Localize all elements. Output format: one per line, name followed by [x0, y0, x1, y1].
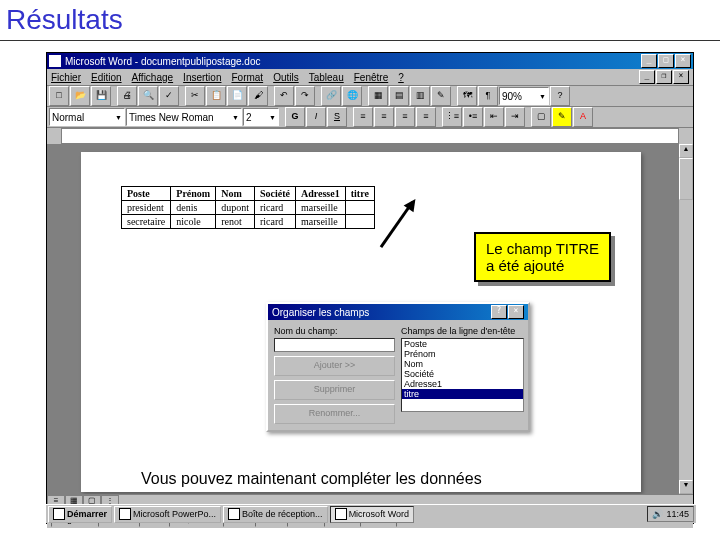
- header-fields-label: Champs de la ligne d'en-tête: [401, 326, 522, 336]
- close-button[interactable]: ×: [675, 54, 691, 68]
- menu-help[interactable]: ?: [398, 72, 404, 83]
- doc-restore-button[interactable]: ❐: [656, 70, 672, 84]
- delete-button[interactable]: Supprimer: [274, 380, 395, 400]
- cut-icon[interactable]: ✂: [185, 86, 205, 106]
- open-icon[interactable]: 📂: [70, 86, 90, 106]
- table-row: secretaire nicole renot ricard marseille: [122, 215, 375, 229]
- callout-line2: a été ajouté: [486, 257, 599, 274]
- app-icon: [228, 508, 240, 520]
- doc-close-button[interactable]: ×: [673, 70, 689, 84]
- borders-icon[interactable]: ▢: [531, 107, 551, 127]
- menu-window[interactable]: Fenêtre: [354, 72, 388, 83]
- justify-icon[interactable]: ≡: [416, 107, 436, 127]
- font-color-icon[interactable]: A: [573, 107, 593, 127]
- menu-insert[interactable]: Insertion: [183, 72, 221, 83]
- para-icon[interactable]: ¶: [478, 86, 498, 106]
- document-area: Poste Prénom Nom Société Adresse1 titre …: [47, 144, 693, 494]
- menu-format[interactable]: Format: [231, 72, 263, 83]
- col-nom: Nom: [216, 187, 255, 201]
- save-icon[interactable]: 💾: [91, 86, 111, 106]
- dialog-title-text: Organiser les champs: [272, 307, 369, 318]
- ruler[interactable]: [61, 128, 679, 144]
- menu-tools[interactable]: Outils: [273, 72, 299, 83]
- table-icon[interactable]: ▦: [368, 86, 388, 106]
- list-item[interactable]: Poste: [402, 339, 523, 349]
- menu-view[interactable]: Affichage: [132, 72, 174, 83]
- redo-icon[interactable]: ↷: [295, 86, 315, 106]
- standard-toolbar: □ 📂 💾 🖨 🔍 ✓ ✂ 📋 📄 🖌 ↶ ↷ 🔗 🌐 ▦ ▤ ▥ ✎ 🗺 ¶ …: [47, 86, 693, 107]
- task-powerpoint[interactable]: Microsoft PowerPo...: [114, 506, 221, 523]
- add-button[interactable]: Ajouter >>: [274, 356, 395, 376]
- undo-icon[interactable]: ↶: [274, 86, 294, 106]
- page: Poste Prénom Nom Société Adresse1 titre …: [81, 152, 641, 492]
- align-right-icon[interactable]: ≡: [395, 107, 415, 127]
- font-combo[interactable]: Times New Roman▼: [126, 108, 242, 126]
- align-left-icon[interactable]: ≡: [353, 107, 373, 127]
- paste-icon[interactable]: 📄: [227, 86, 247, 106]
- copy-icon[interactable]: 📋: [206, 86, 226, 106]
- app-titlebar: Microsoft Word - documentpublipostage.do…: [47, 53, 693, 69]
- vertical-scrollbar[interactable]: ▲ ▼: [678, 144, 693, 494]
- highlight-icon[interactable]: ✎: [552, 107, 572, 127]
- outdent-icon[interactable]: ⇤: [484, 107, 504, 127]
- callout-line1: Le champ TITRE: [486, 240, 599, 257]
- clock: 11:45: [666, 508, 689, 521]
- slide-title: Résultats: [0, 0, 720, 41]
- print-icon[interactable]: 🖨: [117, 86, 137, 106]
- formatting-toolbar: Normal▼ Times New Roman▼ 2▼ G I S ≡ ≡ ≡ …: [47, 107, 693, 128]
- drawing-icon[interactable]: ✎: [431, 86, 451, 106]
- col-adresse1: Adresse1: [295, 187, 345, 201]
- maximize-button[interactable]: □: [658, 54, 674, 68]
- align-center-icon[interactable]: ≡: [374, 107, 394, 127]
- dialog-titlebar: Organiser les champs ? ×: [268, 304, 528, 320]
- map-icon[interactable]: 🗺: [457, 86, 477, 106]
- scroll-down-icon[interactable]: ▼: [679, 480, 693, 494]
- doc-minimize-button[interactable]: _: [639, 70, 655, 84]
- spell-icon[interactable]: ✓: [159, 86, 179, 106]
- preview-icon[interactable]: 🔍: [138, 86, 158, 106]
- list-item[interactable]: Prénom: [402, 349, 523, 359]
- new-icon[interactable]: □: [49, 86, 69, 106]
- help-icon[interactable]: ?: [550, 86, 570, 106]
- zoom-combo[interactable]: 90%▼: [499, 87, 549, 105]
- bullets-icon[interactable]: •≡: [463, 107, 483, 127]
- start-button[interactable]: Démarrer: [48, 506, 112, 523]
- indent-icon[interactable]: ⇥: [505, 107, 525, 127]
- rename-button[interactable]: Renommer...: [274, 404, 395, 424]
- bold-icon[interactable]: G: [285, 107, 305, 127]
- col-societe: Société: [254, 187, 295, 201]
- col-prenom: Prénom: [171, 187, 216, 201]
- list-item[interactable]: Société: [402, 369, 523, 379]
- system-tray[interactable]: 🔊 11:45: [647, 506, 694, 522]
- menu-file[interactable]: Fichier: [51, 72, 81, 83]
- dialog-help-button[interactable]: ?: [491, 305, 507, 319]
- menu-table[interactable]: Tableau: [309, 72, 344, 83]
- fields-listbox[interactable]: Poste Prénom Nom Société Adresse1 titre: [401, 338, 524, 412]
- app-icon: [335, 508, 347, 520]
- numbering-icon[interactable]: ⋮≡: [442, 107, 462, 127]
- columns-icon[interactable]: ▥: [410, 86, 430, 106]
- link-icon[interactable]: 🔗: [321, 86, 341, 106]
- size-combo[interactable]: 2▼: [243, 108, 279, 126]
- list-item[interactable]: Adresse1: [402, 379, 523, 389]
- web-icon[interactable]: 🌐: [342, 86, 362, 106]
- task-inbox[interactable]: Boîte de réception...: [223, 506, 328, 523]
- list-item[interactable]: Nom: [402, 359, 523, 369]
- callout-box: Le champ TITRE a été ajouté: [474, 232, 611, 282]
- task-word[interactable]: Microsoft Word: [330, 506, 414, 523]
- style-combo[interactable]: Normal▼: [49, 108, 125, 126]
- minimize-button[interactable]: _: [641, 54, 657, 68]
- scroll-up-icon[interactable]: ▲: [679, 144, 693, 158]
- format-painter-icon[interactable]: 🖌: [248, 86, 268, 106]
- underline-icon[interactable]: S: [327, 107, 347, 127]
- dialog-close-button[interactable]: ×: [508, 305, 524, 319]
- app-icon: [119, 508, 131, 520]
- italic-icon[interactable]: I: [306, 107, 326, 127]
- list-item-selected[interactable]: titre: [402, 389, 523, 399]
- scroll-thumb[interactable]: [679, 158, 693, 200]
- table-row: president denis dupont ricard marseille: [122, 201, 375, 215]
- excel-icon[interactable]: ▤: [389, 86, 409, 106]
- field-name-input[interactable]: [274, 338, 395, 352]
- menu-edit[interactable]: Edition: [91, 72, 122, 83]
- tray-icon[interactable]: 🔊: [652, 508, 663, 521]
